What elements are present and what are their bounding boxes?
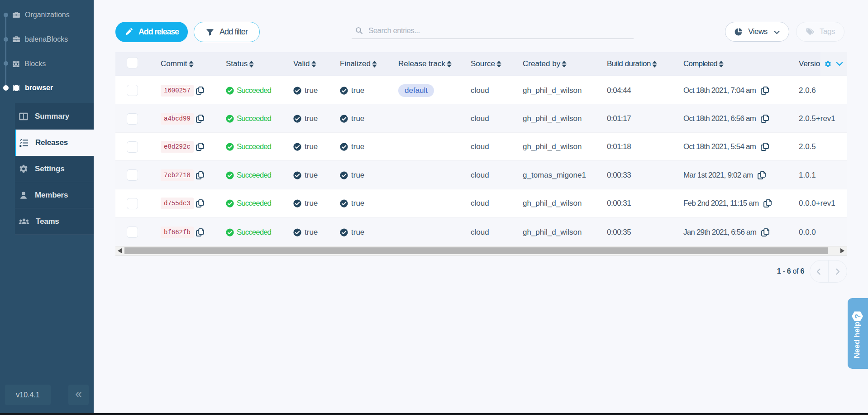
svg-text:?: ?: [854, 314, 862, 318]
